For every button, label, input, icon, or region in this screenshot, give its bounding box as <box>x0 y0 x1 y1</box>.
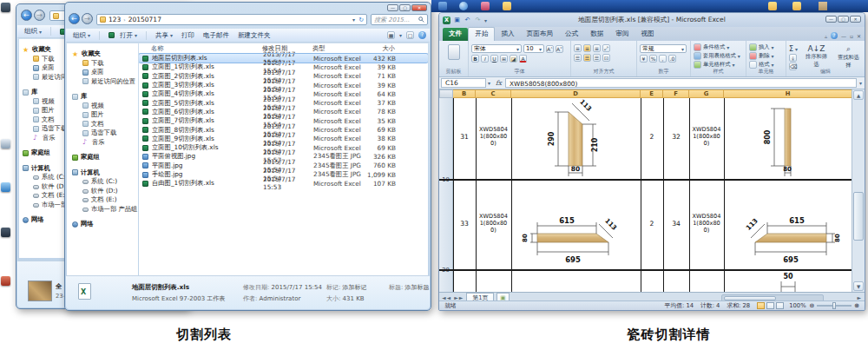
workbook-close-icon[interactable]: ✕ <box>857 33 861 39</box>
new-folder-button[interactable]: 新建文件夹 <box>238 31 271 40</box>
merge-center-icon[interactable]: ⊡ <box>602 54 610 62</box>
scroll-down-icon[interactable]: ▼ <box>853 281 864 291</box>
address-dropdown-icon[interactable]: ▾ <box>352 17 355 23</box>
sidebar-group-computer[interactable]: 计算机 <box>72 168 138 178</box>
taskbar-folder-icon[interactable] <box>503 2 511 10</box>
delete-cells-button[interactable]: 删除▾ <box>749 52 783 60</box>
sidebar-item-pictures[interactable]: 图片 <box>72 110 138 120</box>
desktop-icon[interactable] <box>1 182 10 192</box>
name-box[interactable]: C16 <box>441 78 486 88</box>
column-header-H[interactable]: H <box>724 89 852 98</box>
align-left-icon[interactable]: ☰ <box>574 54 582 62</box>
print-button[interactable]: 打印 <box>181 31 194 40</box>
column-header-F[interactable]: F <box>663 89 689 98</box>
workbook-restore-icon[interactable]: ▫ <box>850 33 853 39</box>
desktop-icon[interactable] <box>1 3 10 12</box>
sidebar-group-homegroup[interactable]: 家庭组 <box>72 153 138 162</box>
help-icon[interactable]: ? <box>418 31 426 39</box>
taskbar-folder-icon[interactable] <box>768 2 777 10</box>
close-button[interactable]: ✕ <box>850 16 861 23</box>
align-top-icon[interactable]: ≡ <box>574 44 582 52</box>
zoom-out-icon[interactable]: ⊖ <box>810 302 815 309</box>
search-input[interactable]: 搜索 2015... <box>371 14 428 25</box>
normal-view-icon[interactable] <box>757 302 765 309</box>
sidebar-item-drive-d[interactable]: 软件 (D:) <box>72 187 138 196</box>
scrollbar-thumb[interactable] <box>853 192 864 241</box>
close-button[interactable]: ✕ <box>411 4 427 11</box>
vertical-scrollbar[interactable]: ▲ ▼ <box>852 89 865 292</box>
column-size[interactable]: 大小 <box>362 44 395 53</box>
back-icon[interactable]: ← <box>69 13 80 24</box>
cell-B20[interactable]: 33 <box>453 220 476 228</box>
font-color-button[interactable]: A <box>519 55 527 63</box>
bold-button[interactable]: B <box>471 55 479 63</box>
cell-C19[interactable]: XWD58041(800x800) <box>477 126 510 148</box>
share-button[interactable]: 共享▾ <box>155 31 173 40</box>
column-header-E[interactable]: E <box>641 89 663 98</box>
row-header-strip[interactable]: 19 20 <box>439 98 453 292</box>
cell-G20[interactable]: XWD58041(800x800) <box>691 213 722 234</box>
excel-logo-icon[interactable]: X <box>443 17 450 24</box>
minimize-button[interactable]: — <box>825 16 837 23</box>
conditional-format-button[interactable]: 条件格式▾ <box>694 43 743 51</box>
sidebar-item-downloads[interactable]: 下载 <box>72 59 138 69</box>
workbook-minimize-icon[interactable]: — <box>841 33 846 39</box>
font-size-select[interactable]: 10▾ <box>523 44 544 53</box>
scroll-right-icon[interactable]: ► <box>857 294 861 300</box>
column-header-G[interactable]: G <box>689 89 724 98</box>
tab-file[interactable]: 文件 <box>443 28 468 41</box>
preview-pane-button[interactable]: ▢ <box>406 31 414 39</box>
align-middle-icon[interactable]: ≡ <box>583 44 591 52</box>
forward-icon[interactable]: → <box>82 13 93 24</box>
tab-data[interactable]: 数据 <box>584 28 609 41</box>
zoom-slider-thumb[interactable] <box>832 302 836 309</box>
redo-icon[interactable]: ↷ <box>474 17 482 24</box>
tab-view[interactable]: 视图 <box>635 28 661 41</box>
desktop-icon[interactable] <box>1 276 10 286</box>
shrink-font-icon[interactable]: A˅ <box>556 45 563 53</box>
tab-review[interactable]: 审阅 <box>609 28 635 41</box>
name-box-dropdown-icon[interactable]: ▾ <box>488 80 490 86</box>
cell-B19[interactable]: 31 <box>453 133 476 141</box>
align-right-icon[interactable]: ☰ <box>593 54 601 62</box>
refresh-icon[interactable]: ↻ <box>358 17 364 23</box>
tab-page-layout[interactable]: 页面布局 <box>521 28 559 41</box>
maximize-button[interactable]: ▢ <box>399 4 411 11</box>
undo-icon[interactable]: ↶ <box>464 17 471 24</box>
organize-button[interactable]: 组织▾ <box>24 27 42 36</box>
page-layout-view-icon[interactable] <box>766 302 774 309</box>
sheet-nav-icons[interactable]: ◄◄ ►► <box>442 294 464 300</box>
back-icon[interactable]: ← <box>21 10 32 21</box>
breadcrumb-folder[interactable]: 20150717 <box>128 16 161 23</box>
sidebar-group-libraries[interactable]: 库 <box>72 92 138 102</box>
comma-icon[interactable]: , <box>659 55 667 63</box>
minimize-button[interactable]: — <box>387 4 398 11</box>
sidebar-item-drive-e[interactable]: 文档 (E:) <box>72 195 138 205</box>
cell-F19[interactable]: 32 <box>663 133 689 141</box>
tab-insert[interactable]: 插入 <box>495 28 520 41</box>
underline-button[interactable]: U <box>490 55 498 63</box>
insert-cells-button[interactable]: 插入▾ <box>749 43 783 51</box>
number-format-select[interactable]: 常规▾ <box>640 44 687 53</box>
paste-icon[interactable] <box>448 44 460 60</box>
percent-icon[interactable]: % <box>649 55 657 63</box>
taskbar-item-icon[interactable] <box>819 2 827 10</box>
email-button[interactable]: 电子邮件 <box>203 31 229 40</box>
desktop-icon[interactable] <box>1 139 10 149</box>
formula-input[interactable]: XWB58058(800x800) <box>505 78 857 88</box>
tab-home[interactable]: 开始 <box>468 27 495 41</box>
grow-font-icon[interactable]: A˄ <box>546 45 554 53</box>
organize-button[interactable]: 组织▾ <box>73 31 90 40</box>
details-tags[interactable]: 添加标记 <box>343 284 367 291</box>
select-all-corner[interactable] <box>439 89 453 98</box>
desktop-icon[interactable] <box>1 228 10 237</box>
open-button[interactable]: 打开▾ <box>108 31 137 40</box>
cell-G19[interactable]: XWD58041(800x800) <box>691 126 722 148</box>
sidebar-item-desktop[interactable]: 桌面 <box>72 68 138 77</box>
page-break-view-icon[interactable] <box>776 302 784 309</box>
decimal-icons[interactable]: .0 <box>668 55 676 63</box>
cell-E20[interactable]: 2 <box>641 220 663 228</box>
sidebar-item-thunder[interactable]: 迅雷下载 <box>72 129 138 138</box>
align-center-icon[interactable]: ☰ <box>583 54 591 62</box>
tab-formulas[interactable]: 公式 <box>559 28 584 41</box>
